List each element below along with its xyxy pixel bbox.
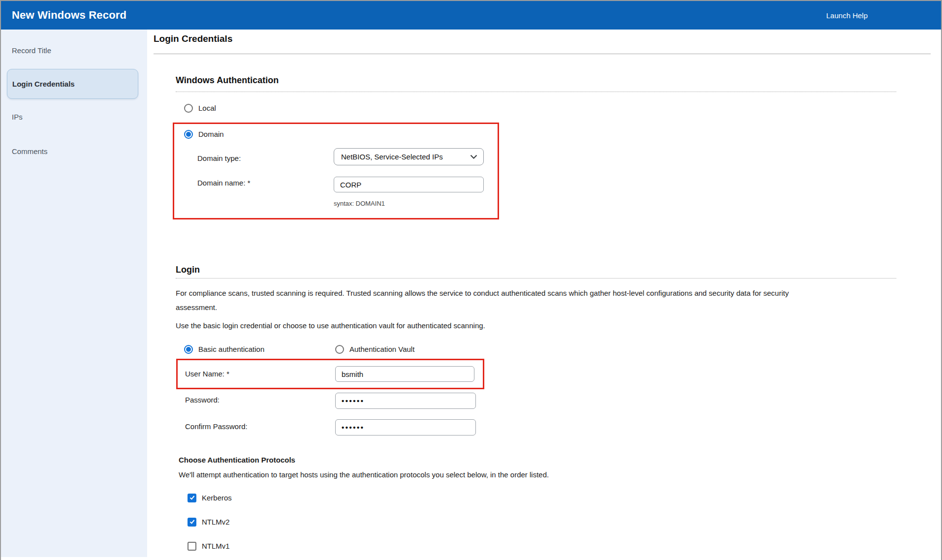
protocols-heading: Choose Authentication Protocols: [179, 454, 295, 466]
kerberos-checkbox-row: Kerberos: [188, 492, 232, 504]
windows-auth-divider: [176, 92, 896, 92]
local-radio[interactable]: [184, 104, 193, 113]
username-label: User Name: *: [185, 368, 229, 380]
ntlmv2-label: NTLMv2: [202, 516, 230, 528]
local-radio-row: Local: [184, 102, 216, 114]
login-divider: [176, 278, 896, 279]
kerberos-label: Kerberos: [202, 492, 232, 504]
auth-vault-radio-label: Authentication Vault: [349, 343, 414, 355]
launch-help-link[interactable]: Launch Help: [826, 1, 868, 30]
sidebar-item-record-title[interactable]: Record Title: [12, 44, 51, 57]
login-heading: Login: [176, 264, 200, 276]
kerberos-checkbox[interactable]: [188, 494, 196, 502]
password-label: Password:: [185, 394, 220, 406]
domain-type-label: Domain type:: [197, 153, 241, 164]
ntlmv1-checkbox-row: NTLMv1: [188, 540, 230, 552]
window-title: New Windows Record: [12, 9, 126, 22]
domain-type-select[interactable]: NetBIOS, Service-Selected IPs: [334, 148, 484, 165]
domain-name-hint: syntax: DOMAIN1: [334, 199, 385, 208]
domain-annotation-box: Domain Domain type: NetBIOS, Service-Sel…: [173, 123, 499, 219]
check-icon: [189, 495, 194, 499]
domain-name-label: Domain name: *: [197, 177, 251, 189]
protocols-description: We'll attempt authentication to target h…: [179, 469, 549, 481]
basic-auth-radio[interactable]: [184, 345, 193, 354]
sidebar-item-label: Login Credentials: [12, 80, 75, 88]
windows-auth-heading: Windows Authentication: [176, 74, 279, 86]
login-description-1: For compliance scans, trusted scanning i…: [176, 286, 823, 314]
chevron-down-icon: [470, 155, 477, 159]
domain-radio-row: Domain: [184, 128, 224, 140]
domain-type-selected-value: NetBIOS, Service-Selected IPs: [341, 153, 443, 161]
sidebar-item-comments[interactable]: Comments: [12, 145, 48, 158]
ntlmv2-checkbox-row: NTLMv2: [188, 516, 230, 528]
password-input[interactable]: [335, 393, 476, 409]
header-bar: New Windows Record Launch Help: [1, 1, 941, 30]
ntlmv1-checkbox[interactable]: [188, 542, 196, 551]
auth-vault-radio-row: Authentication Vault: [335, 343, 414, 355]
sidebar-item-login-credentials[interactable]: Login Credentials: [7, 69, 138, 99]
confirm-password-input[interactable]: [335, 419, 476, 436]
radio-dot-icon: [186, 132, 191, 137]
username-input[interactable]: [335, 366, 474, 382]
ntlmv1-label: NTLMv1: [202, 540, 230, 552]
page-title: Login Credentials: [154, 32, 232, 45]
local-radio-label: Local: [198, 102, 216, 114]
check-icon: [189, 519, 194, 524]
domain-radio-label: Domain: [198, 128, 224, 140]
radio-dot-icon: [186, 347, 191, 352]
basic-auth-radio-row: Basic authentication: [184, 343, 264, 355]
page-title-divider: [154, 54, 931, 54]
login-description-2: Use the basic login credential or choose…: [176, 318, 823, 333]
domain-name-input[interactable]: [334, 177, 484, 192]
basic-auth-radio-label: Basic authentication: [198, 343, 264, 355]
username-annotation-box: User Name: *: [176, 359, 484, 389]
sidebar-item-ips[interactable]: IPs: [12, 111, 23, 124]
confirm-password-label: Confirm Password:: [185, 421, 248, 433]
domain-radio[interactable]: [184, 130, 193, 139]
auth-vault-radio[interactable]: [335, 345, 344, 354]
sidebar: Record Title Login Credentials IPs Comme…: [1, 30, 147, 557]
ntlmv2-checkbox[interactable]: [188, 518, 196, 527]
new-windows-record-window: New Windows Record Launch Help Record Ti…: [0, 0, 942, 560]
